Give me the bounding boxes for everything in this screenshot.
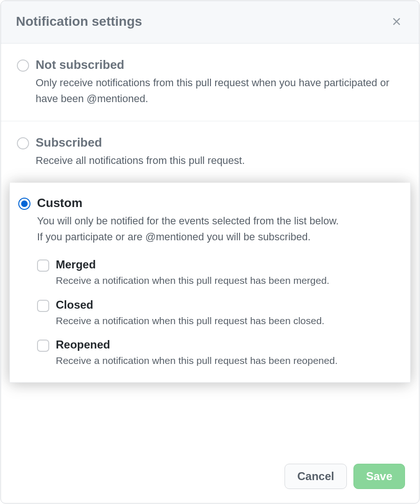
option-desc: You will only be notified for the events…: [37, 213, 402, 245]
dialog-title: Notification settings: [16, 14, 142, 29]
dialog-header: Notification settings: [1, 1, 419, 44]
option-custom[interactable]: Custom You will only be notified for the…: [9, 183, 411, 383]
event-title: Closed: [56, 298, 402, 311]
event-closed[interactable]: Closed Receive a notification when this …: [37, 298, 402, 328]
checkbox-reopened[interactable]: [37, 340, 49, 352]
custom-events-list: Merged Receive a notification when this …: [37, 258, 402, 368]
event-desc: Receive a notification when this pull re…: [56, 353, 402, 368]
close-button[interactable]: [389, 14, 404, 29]
dialog-footer: Cancel Save: [1, 452, 419, 503]
event-reopened[interactable]: Reopened Receive a notification when thi…: [37, 338, 402, 368]
event-title: Reopened: [56, 338, 402, 351]
option-desc: Only receive notifications from this pul…: [36, 75, 403, 107]
radio-custom[interactable]: [18, 198, 30, 210]
save-button[interactable]: Save: [353, 464, 405, 489]
option-desc: Receive all notifications from this pull…: [36, 153, 403, 169]
options-list: Not subscribed Only receive notification…: [1, 44, 419, 452]
radio-subscribed[interactable]: [17, 137, 29, 149]
option-not-subscribed[interactable]: Not subscribed Only receive notification…: [1, 44, 419, 121]
radio-not-subscribed[interactable]: [17, 59, 29, 72]
checkbox-closed[interactable]: [37, 300, 49, 312]
checkbox-merged[interactable]: [37, 259, 49, 272]
event-desc: Receive a notification when this pull re…: [56, 273, 402, 288]
option-title: Custom: [37, 196, 402, 210]
close-icon: [390, 15, 403, 28]
option-title: Not subscribed: [36, 58, 403, 72]
event-title: Merged: [56, 258, 402, 271]
notification-settings-dialog: Notification settings Not subscribed Onl…: [0, 0, 420, 504]
event-desc: Receive a notification when this pull re…: [56, 313, 402, 328]
option-subscribed[interactable]: Subscribed Receive all notifications fro…: [1, 121, 419, 183]
event-merged[interactable]: Merged Receive a notification when this …: [37, 258, 402, 288]
cancel-button[interactable]: Cancel: [285, 464, 347, 489]
option-title: Subscribed: [36, 135, 403, 150]
